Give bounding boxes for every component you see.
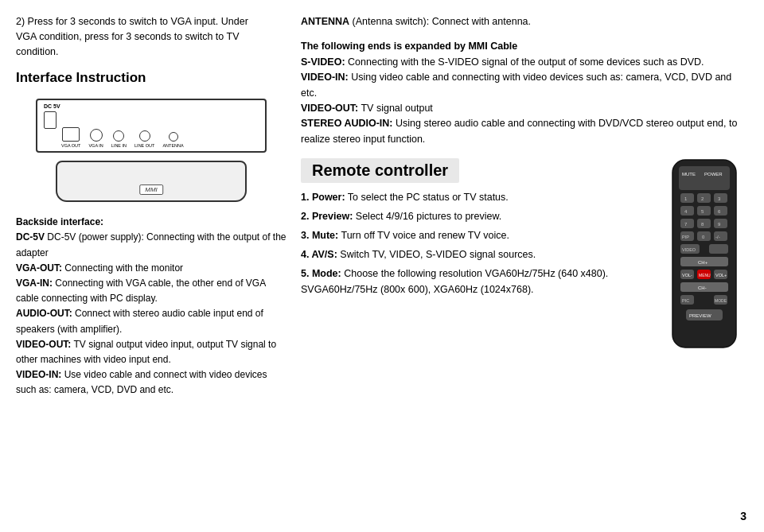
intro-line3: condition. <box>16 46 59 57</box>
device-diagrams: DC 5V VGA OUT VGA IN LINE IN <box>16 99 286 202</box>
remote-item-1: 1. Power: To select the PC status or TV … <box>301 189 651 205</box>
stereo-line: STEREO AUDIO-IN: Using stereo audio cabl… <box>301 116 748 147</box>
svg-text:VIDEO: VIDEO <box>682 247 696 252</box>
svg-rect-1 <box>679 166 730 190</box>
svg-rect-6 <box>714 193 727 203</box>
remote-item-2: 2. Preview: Select 4/9/16 pictures to pr… <box>301 208 651 224</box>
svg-text:MODE: MODE <box>715 298 727 303</box>
mmi-device: MMI <box>56 161 247 202</box>
svg-text:PIC: PIC <box>682 298 689 303</box>
svg-text:-/-: -/- <box>715 235 720 239</box>
port-lineout-label: LINE OUT <box>134 143 154 148</box>
svg-text:VOL+: VOL+ <box>715 273 727 278</box>
mmi-label: MMI <box>139 184 163 195</box>
svg-text:POWER: POWER <box>704 172 723 177</box>
remote-heading: Remote controller <box>301 158 459 183</box>
svg-text:MENU: MENU <box>699 273 711 278</box>
remote-svg: MUTE POWER 1 2 3 4 5 6 <box>665 158 744 349</box>
port-linein: LINE IN <box>111 130 127 148</box>
port-vgain-label: VGA IN <box>88 143 103 148</box>
svg-text:CH+: CH+ <box>698 260 708 265</box>
svg-text:PIP: PIP <box>682 235 689 239</box>
svg-rect-12 <box>714 206 727 216</box>
remote-text: Remote controller 1. Power: To select th… <box>301 158 651 518</box>
vgain-line: VGA-IN: Connecting with VGA cable, the o… <box>16 276 286 306</box>
port-antenna-shape <box>169 132 178 142</box>
right-videoout-line: VIDEO-OUT: TV signal output <box>301 101 748 116</box>
port-linein-shape <box>113 130 124 142</box>
svg-rect-5 <box>697 193 711 203</box>
svg-rect-29 <box>709 244 728 254</box>
vgaout-line: VGA-OUT: Connecting with the monitor <box>16 261 286 276</box>
videoin-line: VIDEO-IN: Use video cable and connect wi… <box>16 367 286 398</box>
port-lineout-shape <box>139 130 150 142</box>
port-vgaout: VGA OUT <box>61 127 80 148</box>
port-vgain-shape <box>90 129 103 142</box>
dc5v-line: DC-5V DC-5V (power supply): Connecting w… <box>16 230 286 260</box>
videoout-line: VIDEO-OUT: TV signal output video input,… <box>16 337 286 367</box>
svg-rect-4 <box>680 193 694 203</box>
svg-text:VOL-: VOL- <box>682 273 692 278</box>
port-vgain: VGA IN <box>88 129 103 148</box>
remote-item-3: 3. Mute: Turn off TV voice and renew TV … <box>301 227 651 243</box>
section-title: Interface Instruction <box>16 70 286 86</box>
svg-rect-16 <box>680 219 694 228</box>
left-column: 2) Press for 3 seconds to switch to VGA … <box>16 14 286 518</box>
dc5v-label: DC 5V <box>44 103 60 109</box>
svg-text:MUTE: MUTE <box>682 172 696 177</box>
port-linein-label: LINE IN <box>111 143 127 148</box>
svg-text:CH-: CH- <box>698 285 707 290</box>
mmi-cable-section: The following ends is expanded by MMI Ca… <box>301 39 748 147</box>
port-antenna: ANTENNA <box>162 132 183 148</box>
backside-title: Backside interface: <box>16 215 286 230</box>
port-vgaout-label: VGA OUT <box>61 143 80 148</box>
right-column: ANTENNA (Antenna switch): Connect with a… <box>301 14 748 518</box>
right-videoin-line: VIDEO-IN: Using video cable and connecti… <box>301 70 748 101</box>
back-panel-device: DC 5V VGA OUT VGA IN LINE IN <box>36 99 267 153</box>
mmi-intro: The following ends is expanded by MMI Ca… <box>301 39 748 54</box>
remote-item-5: 5. Mode: Choose the following resolution… <box>301 266 651 297</box>
svg-text:PREVIEW: PREVIEW <box>689 313 711 318</box>
dc-port <box>44 111 57 129</box>
port-antenna-label: ANTENNA <box>162 143 183 148</box>
backside-text: Backside interface: DC-5V DC-5V (power s… <box>16 215 286 398</box>
intro-text: 2) Press for 3 seconds to switch to VGA … <box>16 14 286 59</box>
intro-line2: VGA condition, press for 3 seconds to sw… <box>16 31 239 42</box>
audioout-line: AUDIO-OUT: Connect with stereo audio cab… <box>16 306 286 336</box>
antenna-section: ANTENNA (Antenna switch): Connect with a… <box>301 14 748 29</box>
svg-rect-18 <box>714 219 727 228</box>
svideo-line: S-VIDEO: Connecting with the S-VIDEO sig… <box>301 55 748 70</box>
svg-rect-10 <box>680 206 694 216</box>
svg-rect-17 <box>697 219 711 228</box>
intro-line1: 2) Press for 3 seconds to switch to VGA … <box>16 16 248 27</box>
remote-item-4: 4. AV/S: Switch TV, VIDEO, S-VIDEO signa… <box>301 247 651 262</box>
port-vgaout-shape <box>62 127 80 142</box>
ports-row: VGA OUT VGA IN LINE IN LINE OUT <box>61 127 184 148</box>
remote-section: Remote controller 1. Power: To select th… <box>301 158 748 518</box>
remote-graphic: MUTE POWER 1 2 3 4 5 6 <box>661 158 748 518</box>
port-lineout: LINE OUT <box>134 130 154 148</box>
remote-list: 1. Power: To select the PC status or TV … <box>301 189 651 297</box>
page-number: 3 <box>740 510 746 522</box>
svg-rect-11 <box>697 206 711 216</box>
